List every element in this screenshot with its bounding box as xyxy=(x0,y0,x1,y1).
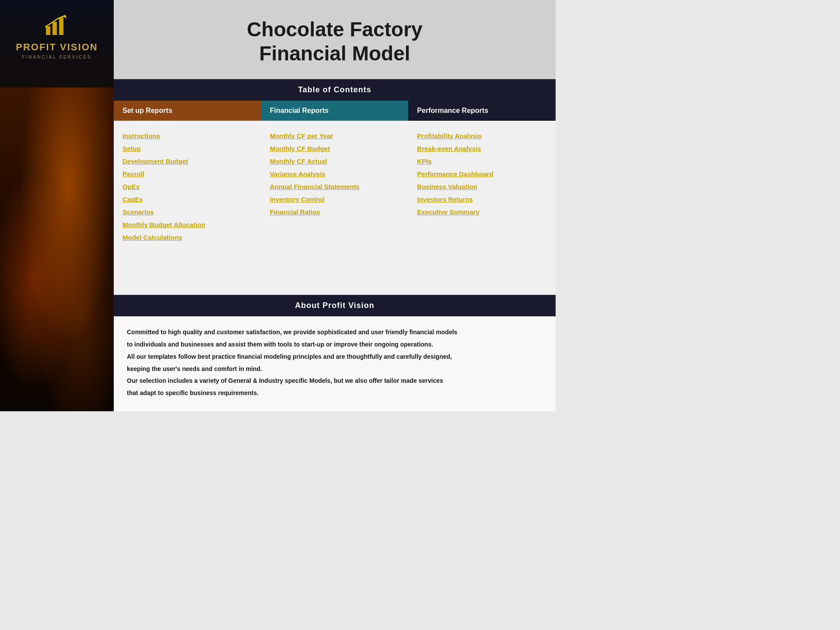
about-line4: keeping the user's needs and comfort in … xyxy=(127,364,542,374)
link-payroll[interactable]: Payroll xyxy=(114,168,261,180)
link-profitability[interactable]: Profitability Analysis xyxy=(408,130,556,142)
link-performance-dashboard[interactable]: Performance Dashboard xyxy=(408,168,556,180)
link-variance-analysis[interactable]: Variance Analysis xyxy=(261,168,409,180)
link-monthly-budget[interactable]: Monthly Budget Allocation xyxy=(114,218,261,231)
link-monthly-cf-budget[interactable]: Monthly CF Budget xyxy=(261,142,409,155)
about-heading: About Profit Vision xyxy=(114,295,556,316)
svg-rect-1 xyxy=(52,22,57,35)
toc-columns: Set up Reports Instructions Setup Develo… xyxy=(114,101,556,257)
link-inventory-control[interactable]: Inventory Control xyxy=(261,193,409,206)
svg-rect-2 xyxy=(59,18,63,35)
link-investors-returns[interactable]: Investors Returns xyxy=(408,193,556,206)
link-model-calculations[interactable]: Model Calculations xyxy=(114,231,261,244)
about-line2: to individuals and businesses and assist… xyxy=(127,340,542,350)
link-development-budget[interactable]: Development Budget xyxy=(114,155,261,168)
link-financial-ratios[interactable]: Financial Ratios xyxy=(261,206,409,218)
about-line5: Our selection includes a variety of Gene… xyxy=(127,376,542,386)
logo-icon xyxy=(44,13,70,37)
svg-rect-0 xyxy=(46,26,50,35)
brand-name: PROFIT VISION xyxy=(16,42,98,53)
col-setup: Set up Reports Instructions Setup Develo… xyxy=(114,101,261,257)
about-section: About Profit Vision Committed to high qu… xyxy=(114,295,556,411)
title-line2: Financial Model xyxy=(259,42,410,65)
link-opex[interactable]: OpEx xyxy=(114,180,261,193)
title-line1: Chocolate Factory xyxy=(247,18,422,41)
main-content: Chocolate Factory Financial Model Table … xyxy=(114,0,556,411)
link-executive-summary[interactable]: Executive Summary xyxy=(408,206,556,218)
sidebar-content: PROFIT VISION FINANCIAL SERVICES xyxy=(16,13,98,60)
col-performance-header: Performance Reports xyxy=(408,101,556,121)
link-instructions[interactable]: Instructions xyxy=(114,130,261,142)
link-annual-financial[interactable]: Annual Financial Statements xyxy=(261,180,409,193)
link-business-valuation[interactable]: Business Valuation xyxy=(408,180,556,193)
toc-section: Table of Contents Set up Reports Instruc… xyxy=(114,79,556,295)
about-line3: All our templates follow best practice f… xyxy=(127,352,542,362)
about-line6: that adapt to specific business requirem… xyxy=(127,388,542,399)
header: Chocolate Factory Financial Model xyxy=(114,0,556,79)
sidebar: PROFIT VISION FINANCIAL SERVICES xyxy=(0,0,114,411)
col-financial: Financial Reports Monthly CF per Year Mo… xyxy=(261,101,409,257)
main-title: Chocolate Factory Financial Model xyxy=(122,18,547,66)
link-monthly-cf-actual[interactable]: Monthly CF Actual xyxy=(261,155,409,168)
about-content: Committed to high quality and customer s… xyxy=(114,316,556,411)
col-performance: Performance Reports Profitability Analys… xyxy=(408,101,556,257)
brand-sub: FINANCIAL SERVICES xyxy=(22,55,91,60)
col-financial-header: Financial Reports xyxy=(261,101,409,121)
toc-heading: Table of Contents xyxy=(114,79,556,101)
link-breakeven[interactable]: Break-even Analysis xyxy=(408,142,556,155)
link-capex[interactable]: CapEx xyxy=(114,193,261,206)
about-line1: Committed to high quality and customer s… xyxy=(127,327,542,338)
col-setup-header: Set up Reports xyxy=(114,101,261,121)
sidebar-image xyxy=(0,88,114,411)
link-scenarios[interactable]: Scenarios xyxy=(114,206,261,218)
link-kpis[interactable]: KPIs xyxy=(408,155,556,168)
link-monthly-cf-year[interactable]: Monthly CF per Year xyxy=(261,130,409,142)
link-setup[interactable]: Setup xyxy=(114,142,261,155)
